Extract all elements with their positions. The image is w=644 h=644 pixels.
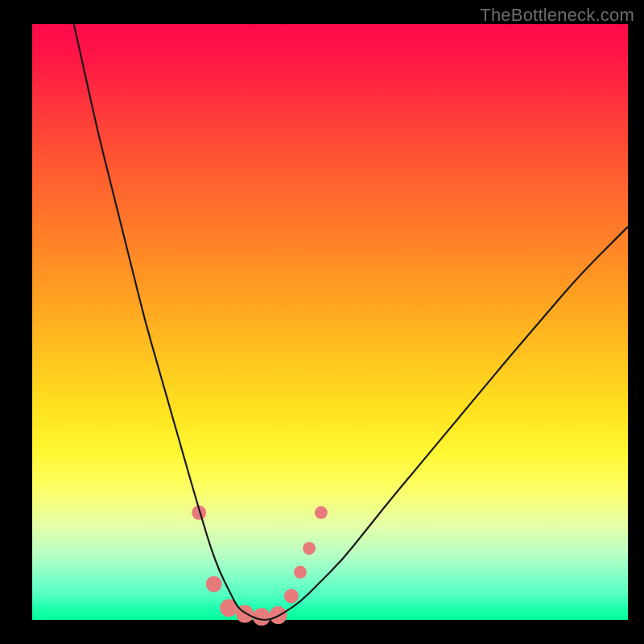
chart-frame: TheBottleneck.com: [0, 0, 644, 644]
marker-dot: [315, 506, 328, 519]
marker-dot: [303, 542, 316, 555]
marker-dot: [206, 576, 222, 592]
watermark-text: TheBottleneck.com: [480, 5, 634, 26]
markers-layer: [192, 506, 328, 626]
chart-svg: [32, 24, 628, 620]
marker-dot: [253, 608, 270, 625]
marker-dot: [294, 566, 307, 579]
bottleneck-curve: [74, 24, 628, 620]
plot-area: [32, 24, 628, 620]
marker-dot: [284, 588, 299, 603]
